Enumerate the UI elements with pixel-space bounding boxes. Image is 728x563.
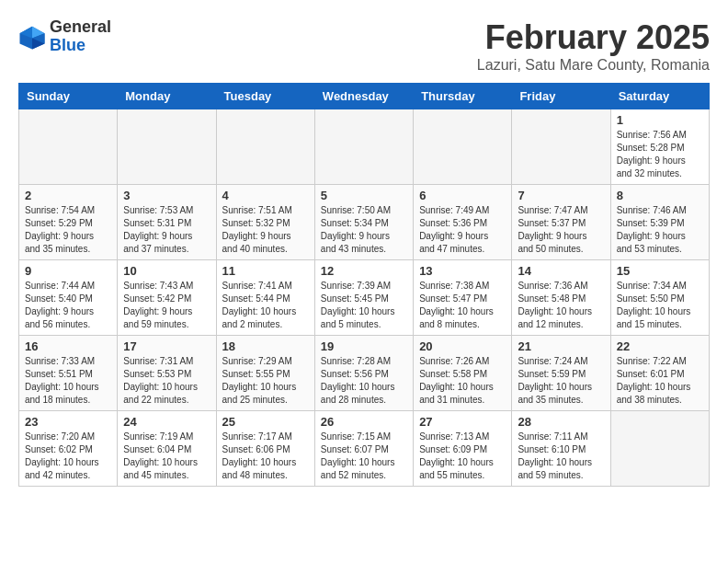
calendar-cell: 6Sunrise: 7:49 AM Sunset: 5:36 PM Daylig… (414, 185, 512, 260)
day-number: 25 (222, 415, 309, 429)
day-number: 20 (419, 339, 506, 353)
calendar-cell: 3Sunrise: 7:53 AM Sunset: 5:31 PM Daylig… (118, 185, 216, 260)
calendar-cell: 16Sunrise: 7:33 AM Sunset: 5:51 PM Dayli… (19, 336, 118, 411)
calendar-cell (314, 109, 413, 185)
calendar-cell: 27Sunrise: 7:13 AM Sunset: 6:09 PM Dayli… (414, 411, 512, 487)
calendar-cell: 13Sunrise: 7:38 AM Sunset: 5:47 PM Dayli… (414, 260, 512, 336)
day-number: 26 (321, 415, 407, 429)
day-info: Sunrise: 7:28 AM Sunset: 5:56 PM Dayligh… (321, 355, 407, 407)
calendar-cell: 2Sunrise: 7:54 AM Sunset: 5:29 PM Daylig… (19, 185, 118, 260)
calendar-cell: 20Sunrise: 7:26 AM Sunset: 5:58 PM Dayli… (414, 336, 512, 411)
column-header-thursday: Thursday (414, 84, 512, 109)
day-number: 16 (25, 339, 111, 353)
day-info: Sunrise: 7:41 AM Sunset: 5:44 PM Dayligh… (222, 280, 309, 331)
day-number: 4 (222, 189, 309, 202)
day-info: Sunrise: 7:29 AM Sunset: 5:55 PM Dayligh… (222, 355, 309, 407)
calendar-cell (19, 109, 118, 185)
day-number: 14 (518, 264, 604, 278)
calendar-cell: 25Sunrise: 7:17 AM Sunset: 6:06 PM Dayli… (216, 411, 314, 487)
day-info: Sunrise: 7:36 AM Sunset: 5:48 PM Dayligh… (518, 280, 604, 331)
day-info: Sunrise: 7:53 AM Sunset: 5:31 PM Dayligh… (123, 204, 210, 256)
day-info: Sunrise: 7:33 AM Sunset: 5:51 PM Dayligh… (25, 355, 111, 407)
day-number: 23 (25, 415, 111, 429)
day-number: 18 (222, 339, 309, 353)
calendar-cell (610, 411, 709, 487)
day-number: 28 (518, 415, 604, 429)
calendar-cell: 10Sunrise: 7:43 AM Sunset: 5:42 PM Dayli… (118, 260, 216, 336)
day-number: 21 (518, 339, 604, 353)
day-info: Sunrise: 7:31 AM Sunset: 5:53 PM Dayligh… (123, 355, 210, 407)
calendar-cell: 19Sunrise: 7:28 AM Sunset: 5:56 PM Dayli… (314, 336, 413, 411)
day-info: Sunrise: 7:38 AM Sunset: 5:47 PM Dayligh… (419, 280, 506, 331)
day-info: Sunrise: 7:20 AM Sunset: 6:02 PM Dayligh… (25, 431, 111, 482)
calendar-cell (216, 109, 314, 185)
day-number: 7 (518, 189, 604, 202)
calendar-cell: 24Sunrise: 7:19 AM Sunset: 6:04 PM Dayli… (118, 411, 216, 487)
calendar-header-row: SundayMondayTuesdayWednesdayThursdayFrid… (19, 84, 710, 109)
week-row-4: 16Sunrise: 7:33 AM Sunset: 5:51 PM Dayli… (19, 336, 710, 411)
calendar-cell: 9Sunrise: 7:44 AM Sunset: 5:40 PM Daylig… (19, 260, 118, 336)
main-title: February 2025 (477, 18, 710, 57)
calendar-cell: 14Sunrise: 7:36 AM Sunset: 5:48 PM Dayli… (512, 260, 610, 336)
calendar-cell: 12Sunrise: 7:39 AM Sunset: 5:45 PM Dayli… (314, 260, 413, 336)
week-row-3: 9Sunrise: 7:44 AM Sunset: 5:40 PM Daylig… (19, 260, 710, 336)
logo-blue: Blue (50, 37, 111, 55)
calendar-cell: 5Sunrise: 7:50 AM Sunset: 5:34 PM Daylig… (314, 185, 413, 260)
day-number: 22 (617, 339, 703, 353)
day-info: Sunrise: 7:49 AM Sunset: 5:36 PM Dayligh… (419, 204, 506, 256)
day-number: 6 (419, 189, 506, 202)
day-info: Sunrise: 7:22 AM Sunset: 6:01 PM Dayligh… (617, 355, 703, 407)
day-number: 27 (419, 415, 506, 429)
day-info: Sunrise: 7:43 AM Sunset: 5:42 PM Dayligh… (123, 280, 210, 331)
calendar-cell: 7Sunrise: 7:47 AM Sunset: 5:37 PM Daylig… (512, 185, 610, 260)
calendar-cell: 4Sunrise: 7:51 AM Sunset: 5:32 PM Daylig… (216, 185, 314, 260)
day-info: Sunrise: 7:19 AM Sunset: 6:04 PM Dayligh… (123, 431, 210, 482)
day-info: Sunrise: 7:24 AM Sunset: 5:59 PM Dayligh… (518, 355, 604, 407)
day-info: Sunrise: 7:46 AM Sunset: 5:39 PM Dayligh… (617, 204, 703, 256)
day-number: 3 (123, 189, 210, 202)
calendar-cell: 1Sunrise: 7:56 AM Sunset: 5:28 PM Daylig… (610, 109, 709, 185)
day-info: Sunrise: 7:54 AM Sunset: 5:29 PM Dayligh… (25, 204, 111, 256)
calendar-cell: 28Sunrise: 7:11 AM Sunset: 6:10 PM Dayli… (512, 411, 610, 487)
column-header-monday: Monday (118, 84, 216, 109)
day-number: 17 (123, 339, 210, 353)
day-info: Sunrise: 7:39 AM Sunset: 5:45 PM Dayligh… (321, 280, 407, 331)
day-info: Sunrise: 7:44 AM Sunset: 5:40 PM Dayligh… (25, 280, 111, 331)
day-info: Sunrise: 7:15 AM Sunset: 6:07 PM Dayligh… (321, 431, 407, 482)
column-header-sunday: Sunday (19, 84, 118, 109)
calendar-cell: 17Sunrise: 7:31 AM Sunset: 5:53 PM Dayli… (118, 336, 216, 411)
calendar: SundayMondayTuesdayWednesdayThursdayFrid… (18, 83, 710, 487)
day-number: 2 (25, 189, 111, 202)
day-number: 15 (617, 264, 703, 278)
week-row-2: 2Sunrise: 7:54 AM Sunset: 5:29 PM Daylig… (19, 185, 710, 260)
calendar-cell (512, 109, 610, 185)
day-info: Sunrise: 7:50 AM Sunset: 5:34 PM Dayligh… (321, 204, 407, 256)
calendar-cell: 26Sunrise: 7:15 AM Sunset: 6:07 PM Dayli… (314, 411, 413, 487)
day-info: Sunrise: 7:56 AM Sunset: 5:28 PM Dayligh… (617, 129, 703, 180)
calendar-cell (414, 109, 512, 185)
calendar-cell: 21Sunrise: 7:24 AM Sunset: 5:59 PM Dayli… (512, 336, 610, 411)
title-section: February 2025 Lazuri, Satu Mare County, … (477, 18, 710, 74)
calendar-cell: 22Sunrise: 7:22 AM Sunset: 6:01 PM Dayli… (610, 336, 709, 411)
calendar-cell: 18Sunrise: 7:29 AM Sunset: 5:55 PM Dayli… (216, 336, 314, 411)
day-number: 9 (25, 264, 111, 278)
day-number: 8 (617, 189, 703, 202)
column-header-tuesday: Tuesday (216, 84, 314, 109)
day-info: Sunrise: 7:51 AM Sunset: 5:32 PM Dayligh… (222, 204, 309, 256)
day-number: 10 (123, 264, 210, 278)
header-section: General Blue February 2025 Lazuri, Satu … (18, 18, 710, 74)
calendar-cell: 15Sunrise: 7:34 AM Sunset: 5:50 PM Dayli… (610, 260, 709, 336)
day-number: 13 (419, 264, 506, 278)
calendar-cell: 11Sunrise: 7:41 AM Sunset: 5:44 PM Dayli… (216, 260, 314, 336)
subtitle: Lazuri, Satu Mare County, Romania (477, 57, 710, 74)
day-info: Sunrise: 7:47 AM Sunset: 5:37 PM Dayligh… (518, 204, 604, 256)
column-header-friday: Friday (512, 84, 610, 109)
column-header-saturday: Saturday (610, 84, 709, 109)
calendar-cell (118, 109, 216, 185)
week-row-1: 1Sunrise: 7:56 AM Sunset: 5:28 PM Daylig… (19, 109, 710, 185)
day-info: Sunrise: 7:34 AM Sunset: 5:50 PM Dayligh… (617, 280, 703, 331)
day-number: 12 (321, 264, 407, 278)
day-info: Sunrise: 7:26 AM Sunset: 5:58 PM Dayligh… (419, 355, 506, 407)
day-info: Sunrise: 7:17 AM Sunset: 6:06 PM Dayligh… (222, 431, 309, 482)
logo-icon (18, 23, 46, 51)
